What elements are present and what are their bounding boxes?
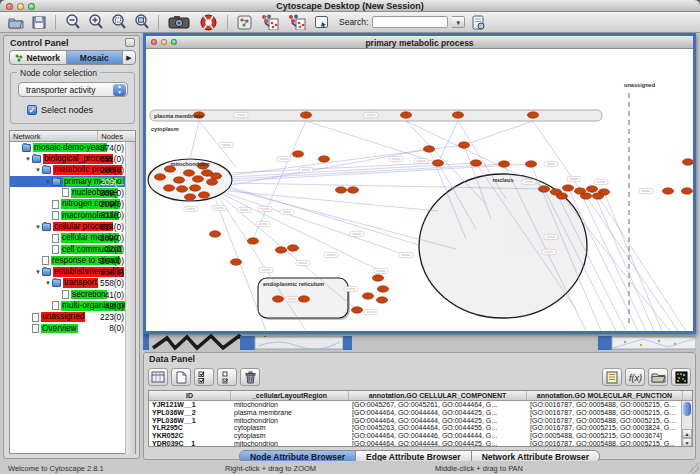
expand-triangle-icon[interactable]: ▼ <box>34 167 42 173</box>
table-cell[interactable]: [GO:0044464, GO:0044444, GO:0044425, G..… <box>349 409 527 417</box>
new-attribute-button[interactable] <box>171 368 191 386</box>
network-canvas[interactable]: plasma membranecytoplasmmitochondrionnuc… <box>146 49 693 331</box>
tree-row-response-to-stimul[interactable]: response to stimul264(0) <box>10 255 135 266</box>
expand-triangle-icon[interactable]: ▼ <box>24 156 32 162</box>
scroll-up-icon[interactable]: ▲ <box>682 429 692 438</box>
network-node[interactable] <box>562 185 573 191</box>
load-attributes-button[interactable] <box>648 368 668 386</box>
import-attributes-button[interactable] <box>469 14 488 31</box>
table-row-YPL036W__2[interactable]: YPL036W__2plasma membrane[GO:0044464, GO… <box>149 409 692 417</box>
zoom-selected-region-button[interactable] <box>109 14 128 31</box>
table-cell[interactable]: YLR295C <box>149 424 231 432</box>
zoom-in-button[interactable] <box>86 14 105 31</box>
import-network-url-button[interactable] <box>285 14 308 31</box>
table-row-YKR052C[interactable]: YKR052Ccytoplasm[GO:0044464, GO:0044446,… <box>149 432 692 440</box>
network-node[interactable] <box>586 186 597 192</box>
table-cell[interactable]: mitochondrion <box>231 401 349 409</box>
select-nodes-checkbox[interactable]: ✓ <box>27 105 37 115</box>
tree-row-overview[interactable]: Overview8(0) <box>10 323 135 334</box>
network-node[interactable] <box>154 174 165 180</box>
network-node[interactable] <box>209 231 220 237</box>
table-cell[interactable]: YJR121W__1 <box>149 401 231 409</box>
network-edge[interactable] <box>598 196 686 331</box>
float-panel-icon[interactable] <box>125 38 135 47</box>
column-molecular-function[interactable]: annotation.GO MOLECULAR_FUNCTION <box>527 391 683 400</box>
expand-triangle-icon[interactable]: ▼ <box>44 179 52 185</box>
tree-row-establishment-of-lo[interactable]: ▼establishment of lo558(0) <box>10 266 135 277</box>
network-node[interactable] <box>318 156 329 162</box>
network-node[interactable] <box>347 187 358 193</box>
network-node[interactable] <box>292 151 303 157</box>
table-row-YPL036W__1[interactable]: YPL036W__1mitochondrion[GO:0044464, GO:0… <box>149 417 692 425</box>
network-node[interactable] <box>298 296 309 302</box>
table-cell[interactable]: mitochondrion <box>231 440 349 447</box>
table-cell[interactable]: mitochondrion <box>231 417 349 425</box>
network-node[interactable] <box>556 193 567 199</box>
network-node[interactable] <box>423 146 434 152</box>
network-node[interactable] <box>400 112 411 118</box>
table-cell[interactable]: [GO:0016787, GO:0005488, GO:0005215, G..… <box>527 401 683 409</box>
tree-row-cell-communicat[interactable]: cell communicat22(0) <box>10 244 135 255</box>
network-window-titlebar[interactable]: primary metabolic process <box>146 36 693 49</box>
network-edge[interactable] <box>190 121 199 159</box>
network-node[interactable] <box>275 247 286 253</box>
tree-row-mosaic-demo-yeast[interactable]: mosaic-demo-yeast874(0) <box>10 142 135 153</box>
open-session-button[interactable] <box>6 14 25 31</box>
network-edge[interactable] <box>226 193 406 255</box>
network-box-button[interactable] <box>235 14 254 31</box>
network-node[interactable] <box>184 194 195 200</box>
table-scrollbar[interactable]: ▲ ▼ <box>681 401 692 447</box>
network-node[interactable] <box>287 245 298 251</box>
table-cell[interactable]: cytoplasm <box>231 424 349 432</box>
tree-row-multi-organism-pro[interactable]: multi-organism pro42(0) <box>10 300 135 311</box>
network-node[interactable] <box>376 297 387 303</box>
attribute-table-button[interactable] <box>148 368 168 386</box>
table-cell[interactable]: [GO:0044464, GO:0044444, GO:0044425, G..… <box>349 440 527 447</box>
network-node[interactable] <box>452 112 463 118</box>
table-cell[interactable]: YDR039C__1 <box>149 440 231 447</box>
delete-attribute-button[interactable] <box>240 368 260 386</box>
zoom-out-button[interactable] <box>63 14 82 31</box>
network-node[interactable] <box>377 286 388 292</box>
snapshot-camera-button[interactable] <box>166 14 192 31</box>
table-row-YJR121W__1[interactable]: YJR121W__1mitochondrion[GO:0045267, GO:0… <box>149 401 692 409</box>
table-cell[interactable]: cytoplasm <box>231 432 349 440</box>
import-network-file-button[interactable] <box>258 14 281 31</box>
expand-triangle-icon[interactable]: ▼ <box>34 269 42 275</box>
network-edge[interactable] <box>230 189 456 249</box>
column-cellular-component[interactable]: annotation.GO CELLULAR_COMPONENT <box>349 391 527 400</box>
select-attributes-button[interactable] <box>194 368 214 386</box>
network-node[interactable] <box>335 187 346 193</box>
search-input[interactable] <box>372 16 448 28</box>
network-node[interactable] <box>176 186 187 192</box>
table-cell[interactable]: plasma membrane <box>231 409 349 417</box>
network-node[interactable] <box>173 177 184 183</box>
network-node[interactable] <box>351 307 362 313</box>
zoom-fit-button[interactable] <box>132 14 151 31</box>
network-node[interactable] <box>300 112 311 118</box>
tree-row-primary-metabo[interactable]: ▼primary metabo209(... <box>10 176 135 187</box>
network-node[interactable] <box>682 159 693 165</box>
table-row-YLR295C[interactable]: YLR295Ccytoplasm[GO:0045263, GO:0044464,… <box>149 424 692 432</box>
tree-row-macromolecule[interactable]: macromolecule311(0) <box>10 210 135 221</box>
network-node[interactable] <box>458 142 469 148</box>
network-node[interactable] <box>498 161 509 167</box>
more-tabs-arrow[interactable]: ▶ <box>123 51 135 64</box>
network-edge[interactable] <box>592 189 654 331</box>
table-cell[interactable]: [GO:0005488, GO:0005215, GO:0003674] <box>527 432 683 440</box>
network-node[interactable] <box>362 293 373 299</box>
network-node[interactable] <box>538 186 549 192</box>
tab-network[interactable]: Network <box>10 51 67 64</box>
search-dropdown-arrow[interactable]: ▼ <box>452 16 465 28</box>
network-edge[interactable] <box>438 121 458 163</box>
network-node[interactable] <box>210 173 221 179</box>
tree-row-metabolic-process[interactable]: ▼metabolic process280(0) <box>10 165 135 176</box>
table-scrollbar-thumb[interactable] <box>683 402 691 416</box>
tree-row-cellular-metabo[interactable]: cellular metabo209(0) <box>10 232 135 243</box>
network-edge[interactable] <box>580 191 646 331</box>
network-edge[interactable] <box>586 196 678 331</box>
tab-mosaic[interactable]: Mosaic <box>67 51 124 64</box>
network-node[interactable] <box>198 192 209 198</box>
table-cell[interactable]: YPL036W__1 <box>149 417 231 425</box>
tree-scrollbar[interactable] <box>125 142 135 454</box>
